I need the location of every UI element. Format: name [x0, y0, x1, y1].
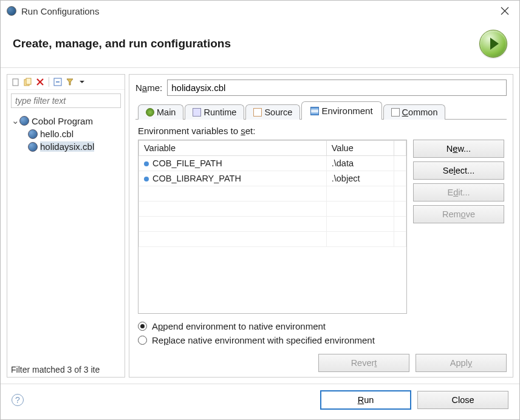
table-row[interactable]: [139, 232, 406, 247]
titlebar: Run Configurations: [1, 1, 519, 21]
run-button[interactable]: Run: [320, 390, 411, 410]
filter-icon[interactable]: [65, 77, 75, 87]
delete-icon[interactable]: [35, 77, 45, 87]
window-title: Run Configurations: [21, 6, 496, 16]
remove-button[interactable]: Remove: [413, 205, 504, 223]
var-icon: [144, 177, 149, 181]
cobol-file-icon: [28, 142, 38, 152]
col-value[interactable]: Value: [326, 141, 394, 156]
collapse-all-icon[interactable]: [53, 77, 63, 87]
chevron-down-icon[interactable]: [77, 77, 87, 87]
app-icon: [7, 6, 16, 16]
config-tree: ⌄ Cobol Program hello.cbl holidaysix.cbl: [7, 112, 125, 362]
cobol-program-icon: [19, 116, 29, 126]
radio-icon: [138, 336, 147, 345]
filter-status: Filter matched 3 of 3 ite: [7, 362, 125, 377]
table-row[interactable]: [139, 217, 406, 232]
svg-rect-4: [26, 78, 31, 84]
revert-apply-row: Revert Apply: [135, 354, 507, 372]
select-button[interactable]: Select...: [413, 161, 504, 180]
left-toolbar: [7, 75, 125, 90]
table-row[interactable]: [139, 186, 406, 202]
table-row[interactable]: COB_LIBRARY_PATH.\object: [139, 171, 406, 186]
run-large-icon: [479, 30, 507, 58]
close-icon[interactable]: [496, 2, 513, 19]
env-table[interactable]: Variable Value COB_FILE_PATH.\data COB_L…: [138, 140, 407, 314]
new-button[interactable]: New...: [413, 140, 504, 158]
tab-environment[interactable]: Environment: [301, 101, 381, 120]
name-input[interactable]: [167, 80, 507, 96]
left-panel: ⌄ Cobol Program hello.cbl holidaysix.cbl…: [7, 74, 125, 378]
tree-item-holidaysix[interactable]: holidaysix.cbl: [11, 140, 121, 153]
table-row[interactable]: COB_FILE_PATH.\data: [139, 156, 406, 171]
name-label: Name:: [135, 83, 162, 93]
table-row[interactable]: [139, 202, 406, 217]
radio-icon: [138, 322, 147, 331]
run-configurations-window: Run Configurations Create, manage, and r…: [0, 0, 520, 420]
tab-source[interactable]: Source: [245, 104, 300, 120]
body: ⌄ Cobol Program hello.cbl holidaysix.cbl…: [1, 68, 519, 384]
tab-main[interactable]: Main: [138, 104, 183, 120]
source-tab-icon: [253, 108, 262, 117]
footer: ? Run Close: [1, 384, 519, 419]
tree-item-hello[interactable]: hello.cbl: [11, 127, 121, 140]
radio-append[interactable]: Append environment to native environment: [138, 321, 504, 331]
name-row: Name:: [135, 80, 507, 96]
svg-rect-2: [13, 79, 18, 86]
tab-bar: Main Runtime Source Environment Common: [135, 101, 507, 120]
page-heading: Create, manage, and run configurations: [13, 37, 479, 50]
edit-button[interactable]: Edit...: [413, 183, 504, 202]
col-variable[interactable]: Variable: [139, 141, 327, 156]
runtime-tab-icon: [193, 108, 201, 117]
environment-tab-icon: [310, 107, 319, 115]
main-tab-icon: [146, 108, 154, 117]
common-tab-icon: [391, 108, 400, 117]
header: Create, manage, and run configurations: [1, 21, 519, 68]
tab-content-environment: Environment variables to set: Variable V…: [135, 120, 507, 348]
env-buttons: New... Select... Edit... Remove: [413, 140, 504, 314]
new-config-icon[interactable]: [11, 77, 21, 87]
right-panel: Name: Main Runtime Source Environment Co…: [129, 74, 513, 378]
tree-root-cobol-program[interactable]: ⌄ Cobol Program: [11, 114, 121, 127]
apply-button[interactable]: Apply: [416, 354, 507, 372]
help-icon[interactable]: ?: [12, 394, 24, 406]
tab-runtime[interactable]: Runtime: [185, 104, 244, 120]
close-button[interactable]: Close: [417, 391, 508, 409]
filter-text-input[interactable]: [11, 93, 121, 108]
expand-collapse-icon[interactable]: ⌄: [11, 115, 19, 126]
revert-button[interactable]: Revert: [318, 354, 409, 372]
radio-replace[interactable]: Replace native environment with specifie…: [138, 335, 504, 345]
tab-common[interactable]: Common: [383, 104, 446, 120]
env-label: Environment variables to set:: [138, 126, 504, 136]
cobol-file-icon: [28, 129, 38, 139]
duplicate-icon[interactable]: [23, 77, 33, 87]
toolbar-separator: [49, 77, 49, 87]
var-icon: [144, 161, 149, 166]
env-radio-group: Append environment to native environment…: [138, 321, 504, 345]
